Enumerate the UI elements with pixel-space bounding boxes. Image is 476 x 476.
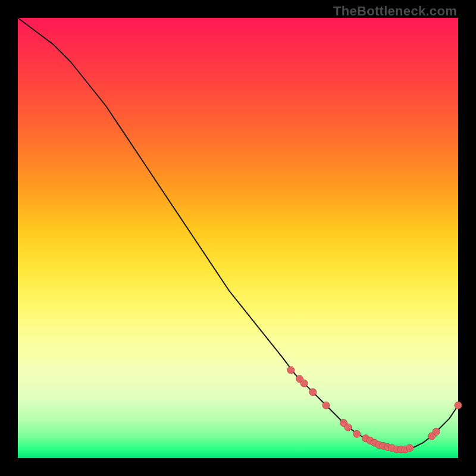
data-marker: [433, 428, 440, 436]
data-marker: [309, 389, 317, 396]
markers-group: [287, 367, 462, 453]
data-marker: [455, 402, 462, 409]
data-marker: [353, 430, 361, 437]
chart-svg: [18, 18, 458, 458]
plot-area: [18, 18, 458, 458]
data-marker: [287, 367, 295, 374]
chart-frame: TheBottleneck.com: [0, 0, 476, 476]
data-marker: [345, 424, 352, 431]
watermark-text: TheBottleneck.com: [333, 4, 457, 19]
data-marker: [322, 402, 330, 409]
bottleneck-curve: [18, 18, 458, 449]
data-marker: [406, 444, 414, 452]
data-marker: [300, 380, 308, 387]
